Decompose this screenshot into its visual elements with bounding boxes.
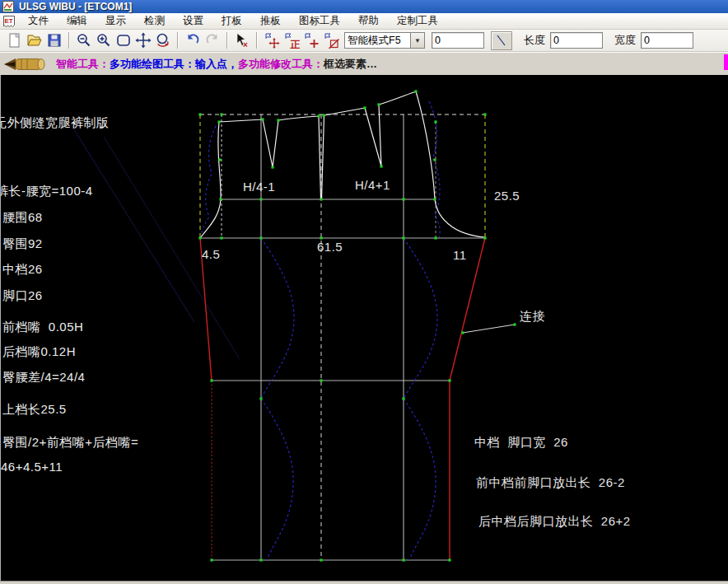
measure-label-6: 连接 (520, 309, 545, 325)
menu-item-文件[interactable]: 文件 (19, 13, 58, 29)
pencil-icon (3, 55, 49, 73)
line-tool-button[interactable] (491, 31, 512, 50)
zoom-out-icon (76, 32, 92, 49)
menu-item-编辑[interactable]: 编辑 (58, 13, 96, 29)
menu-bar: ET 文件编辑显示检测设置打板推板图标工具帮助定制工具 (0, 13, 728, 30)
menu-item-图标工具[interactable]: 图标工具 (290, 13, 349, 29)
measure-label-9: 后中档后脚口放出长 26+2 (478, 514, 631, 530)
zoom-out-button[interactable] (75, 31, 93, 49)
measure-label-2: 25.5 (494, 189, 520, 203)
new-file-button[interactable] (6, 31, 24, 49)
open-file-icon (26, 32, 43, 49)
window-title: ULSG WIBU - [ETCOM1] (19, 1, 132, 12)
point-align-icon: 正 (283, 32, 300, 49)
title-bar: ULSG WIBU - [ETCOM1] (0, 0, 728, 13)
pattern-drawing (1, 75, 728, 581)
pattern-note-11: 46+4.5+11 (1, 460, 63, 474)
measure-label-5: 11 (453, 248, 467, 262)
point-align-button[interactable]: 正 (282, 31, 301, 49)
pattern-note-10: 臀围/2+前档嘴+后档嘴= (2, 435, 138, 451)
prompt-segment-4: 框选要素… (324, 57, 377, 72)
edge-marker (724, 54, 728, 70)
select-delete-icon: × (234, 32, 250, 49)
point-add-button[interactable] (302, 31, 320, 49)
prompt-segments: 智能工具：多功能绘图工具：输入点，多功能修改工具：框选要素… (56, 57, 377, 72)
menu-item-定制工具[interactable]: 定制工具 (388, 13, 447, 29)
undo-icon (184, 32, 201, 49)
value-input[interactable] (432, 32, 484, 49)
toolbar-separator (68, 32, 70, 49)
length-input[interactable] (550, 32, 603, 49)
prompt-segment-3: 多功能修改工具： (238, 57, 324, 72)
zoom-in-icon (96, 32, 112, 49)
undo-button[interactable] (184, 31, 202, 49)
svg-text:正: 正 (290, 39, 301, 49)
pattern-note-3: 臀围92 (2, 236, 43, 252)
svg-text:×: × (243, 40, 248, 49)
point-move-icon (264, 32, 280, 49)
measure-label-4: 4.5 (202, 247, 220, 261)
measure-label-3: 61.5 (317, 240, 343, 254)
chevron-down-icon[interactable]: ▼ (410, 32, 425, 49)
redo-icon (204, 32, 221, 49)
point-add-icon (303, 32, 320, 49)
menu-item-帮助[interactable]: 帮助 (349, 13, 388, 29)
length-label: 长度 (524, 33, 545, 48)
prompt-segment-0: 智能工具： (56, 57, 110, 72)
zoom-dynamic-icon (155, 32, 171, 49)
view-all-icon (115, 32, 132, 49)
pattern-note-7: 后档嘴0.12H (2, 344, 76, 360)
point-delete-icon (323, 32, 339, 49)
view-all-button[interactable] (114, 31, 133, 49)
toolbar-separator (226, 32, 228, 49)
mode-dropdown-value[interactable]: 智能模式F5 (344, 32, 410, 49)
menu-items: 文件编辑显示检测设置打板推板图标工具帮助定制工具 (19, 13, 447, 29)
select-delete-button[interactable]: × (233, 31, 251, 49)
zoom-in-button[interactable] (95, 31, 113, 49)
status-bar (0, 581, 728, 584)
measure-label-7: 中档 脚口宽 26 (474, 435, 568, 451)
pattern-note-2: 腰围68 (2, 210, 43, 226)
width-label: 宽度 (614, 33, 636, 48)
save-file-icon (46, 32, 63, 49)
mode-dropdown[interactable]: 智能模式F5 ▼ (344, 32, 425, 49)
menu-item-推板[interactable]: 推板 (251, 13, 290, 29)
toolbar-separator (256, 32, 258, 49)
open-file-button[interactable] (26, 31, 44, 49)
menu-item-显示[interactable]: 显示 (96, 13, 135, 29)
svg-text:ET: ET (5, 17, 13, 25)
point-delete-button[interactable] (322, 31, 340, 49)
menu-item-打板[interactable]: 打板 (212, 13, 251, 29)
toolbar-separator (177, 32, 179, 49)
main-toolbar: ×正 智能模式F5 ▼ 长度 宽度 (0, 30, 728, 52)
pan-button[interactable] (134, 31, 152, 49)
prompt-segment-2: 输入点， (195, 57, 238, 72)
width-input[interactable] (641, 32, 693, 49)
prompt-segment-1: 多功能绘图工具： (110, 57, 195, 72)
pattern-note-9: 上档长25.5 (2, 402, 67, 418)
pattern-note-4: 中档26 (2, 262, 43, 278)
pattern-note-8: 臀腰差/4=24/4 (2, 370, 85, 385)
measure-label-0: H/4-1 (243, 180, 275, 194)
zoom-dynamic-button[interactable] (154, 31, 172, 49)
toolbar-icons: ×正 (5, 31, 341, 49)
pan-icon (135, 32, 152, 49)
pattern-note-6: 前档嘴 0.05H (2, 320, 83, 335)
redo-button[interactable] (203, 31, 222, 49)
menu-item-检测[interactable]: 检测 (135, 13, 174, 29)
pattern-note-5: 脚口26 (2, 288, 43, 304)
save-file-button[interactable] (45, 31, 63, 49)
drawing-canvas[interactable]: 无外侧缝宽腿裤制版裤长-腰宽=100-4腰围68臀围92中档26脚口26前档嘴 … (0, 75, 728, 581)
diagonal-line-icon (494, 34, 509, 47)
pattern-note-0: 无外侧缝宽腿裤制版 (0, 115, 110, 131)
point-move-button[interactable] (263, 31, 281, 49)
app-icon (2, 1, 14, 12)
measure-label-8: 前中档前脚口放出长 26-2 (476, 475, 625, 491)
document-et-icon: ET (2, 15, 16, 28)
pattern-note-1: 裤长-腰宽=100-4 (0, 184, 93, 199)
menu-item-设置[interactable]: 设置 (174, 13, 212, 29)
measure-label-1: H/4+1 (355, 178, 390, 192)
app-window: ULSG WIBU - [ETCOM1] ET 文件编辑显示检测设置打板推板图标… (0, 0, 728, 584)
new-file-icon (7, 32, 23, 49)
prompt-bar: 智能工具：多功能绘图工具：输入点，多功能修改工具：框选要素… (0, 52, 728, 75)
